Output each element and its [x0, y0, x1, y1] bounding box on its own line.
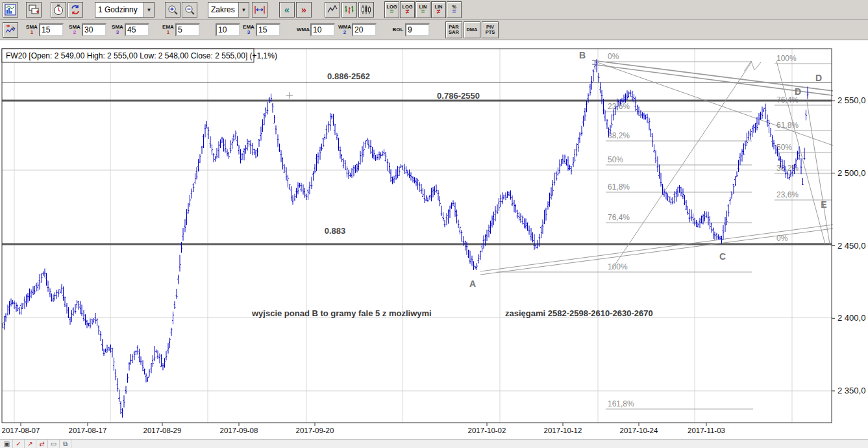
timer-button[interactable] [51, 2, 66, 18]
annotation-text-0: wyjscie ponad B to gramy fale 5 z mozliw… [251, 308, 432, 318]
check-icon[interactable]: ✓ [13, 440, 25, 448]
x-axis-label: 2017-11-03 [688, 427, 725, 434]
indicator-period-input-4[interactable] [216, 23, 240, 36]
fib-label: 61,8% [608, 182, 630, 192]
x-axis-label: 2017-08-17 [69, 427, 107, 434]
scale-button-log-eq[interactable]: LOG= [384, 1, 399, 18]
fib-label: 23,6% [776, 190, 799, 199]
y-axis-label: 2 450,0 [837, 241, 865, 251]
add-indicator-button[interactable] [3, 22, 18, 38]
scale-button-lin-ne[interactable]: LIN≠ [431, 1, 446, 18]
indicator-label-sma3: SMA3 [110, 22, 125, 38]
y-axis-label: 2 400,0 [837, 313, 865, 323]
price-chart[interactable]: 0%23,6%38,2%50%61,8%76,4%100%161,8%100%7… [0, 0, 868, 448]
ohlc-bars-icon [343, 4, 355, 16]
x-axis-label: 2017-09-08 [220, 427, 258, 434]
x-axis-label: 2017-08-29 [143, 427, 182, 434]
wave-label-d: D [795, 86, 801, 97]
report-chart-button[interactable] [3, 2, 18, 18]
wave-label-e: E [821, 199, 826, 210]
candlestick-style-button[interactable] [358, 2, 374, 18]
chevron-down-icon: ▼ [238, 3, 249, 17]
x-axis-label: 2017-10-02 [468, 427, 506, 434]
arrow-up-right-icon[interactable]: ↗ [25, 440, 36, 448]
zoom-out-button[interactable] [182, 2, 197, 18]
scale-button-lin-eq[interactable]: LIN= [415, 1, 430, 18]
indicator-label-bol: BOL [391, 22, 405, 38]
line-chart-icon [327, 4, 338, 16]
wave-label-d: D [815, 73, 822, 83]
chart-title: FW20 [Open: 2 549,00 High: 2 555,00 Low:… [6, 51, 277, 60]
windows-icon [28, 4, 40, 16]
plot-area[interactable] [2, 49, 832, 423]
copy-page-icon[interactable]: ⧉ [60, 440, 71, 448]
refresh-button[interactable] [68, 2, 83, 18]
fib-label: 0% [608, 52, 619, 61]
zoom-in-icon [167, 4, 179, 16]
arrows-swap-icon[interactable]: ⇄ [36, 440, 48, 448]
scale-button-log-ne[interactable]: LOG≠ [400, 1, 415, 18]
scale-button-pct-eq[interactable]: %= [447, 1, 462, 18]
interval-value: 1 Godzinny [95, 3, 143, 17]
indicator-period-input-6[interactable] [310, 23, 335, 36]
par-sar-button[interactable]: PARSAR [445, 21, 462, 38]
y-axis-label: 2 550,0 [837, 95, 865, 105]
annotation-text-1: zasięgami 2582-2598-2610-2630-2670 [505, 308, 653, 318]
fib-label: 61,8% [776, 121, 799, 130]
window-icon[interactable]: ▣ [1, 440, 13, 448]
piv-pts-button[interactable]: PIVPTS [482, 21, 499, 38]
fib-label: 100% [608, 262, 628, 271]
indicator-period-input-7[interactable] [352, 23, 377, 36]
indicator-fields: SMA1SMA2SMA3EMA1EMA3WMAWMA2BOL [18, 22, 430, 38]
zoom-range-icon [254, 4, 266, 16]
fib-label: 76,4% [608, 213, 630, 222]
indicator-period-input-1[interactable] [82, 23, 106, 36]
scroll-left-button[interactable]: « [279, 2, 295, 18]
fib-label: 100% [776, 54, 797, 63]
fib-label: 38,2% [608, 131, 630, 140]
status-bar: ▣✓↗⇄▭⧉ [0, 439, 868, 448]
ohlc-style-button[interactable] [341, 2, 357, 18]
fib-label: 161,8% [608, 399, 634, 408]
add-indicator-icon [5, 24, 16, 36]
indicator-period-input-2[interactable] [125, 23, 149, 36]
fib-label: 50% [776, 143, 792, 152]
minimize-icon[interactable]: ▭ [48, 440, 60, 448]
fib-label: 50% [608, 155, 623, 164]
x-axis-label: 2017-09-20 [296, 427, 334, 434]
scale-buttons-group: LOG=LOG≠LIN=LIN≠%= [384, 1, 462, 18]
zoom-range-button[interactable] [252, 2, 267, 18]
new-window-button[interactable] [26, 2, 42, 18]
dma-button[interactable]: DMA [464, 21, 480, 38]
range-dropdown[interactable]: Zakres ▼ [208, 2, 249, 18]
indicator-period-input-5[interactable] [256, 23, 280, 36]
x-axis-label: 2017-08-07 [2, 427, 40, 434]
indicator-label-sma2: SMA2 [68, 22, 82, 38]
indicator-period-input-8[interactable] [405, 23, 430, 36]
x-axis-label: 2017-10-12 [544, 427, 582, 434]
indicator-period-input-3[interactable] [175, 23, 200, 36]
x-axis-label: 2017-10-24 [620, 427, 658, 434]
indicator-label-wma2: WMA2 [338, 22, 352, 38]
wave-label-c: C [719, 251, 726, 262]
level-label: 0.886-2562 [327, 71, 370, 81]
report-chart-icon [5, 4, 16, 16]
scroll-right-button[interactable]: » [296, 2, 312, 18]
refresh-icon [69, 4, 81, 16]
main-toolbar: 1 Godzinny ▼ Zakres ▼ [0, 0, 868, 20]
interval-dropdown[interactable]: 1 Godzinny ▼ [95, 2, 155, 18]
stopwatch-icon [53, 4, 64, 16]
wave-label-a: A [469, 279, 476, 289]
indicator-period-input-0[interactable] [39, 23, 64, 36]
level-label: 0.786-2550 [437, 91, 480, 101]
line-chart-style-button[interactable] [325, 2, 340, 18]
candlestick-icon [360, 4, 372, 16]
indicator-label-ema3: EMA3 [242, 22, 256, 38]
level-label: 0.883 [325, 226, 346, 236]
indicator-buttons: PARSARDMAPIVPTS [445, 21, 499, 38]
chevron-down-icon: ▼ [143, 3, 154, 17]
y-axis-label: 2 350,0 [837, 386, 865, 395]
zoom-out-icon [184, 4, 195, 16]
indicator-label-sma1: SMA1 [25, 22, 39, 38]
zoom-in-button[interactable] [165, 2, 180, 18]
